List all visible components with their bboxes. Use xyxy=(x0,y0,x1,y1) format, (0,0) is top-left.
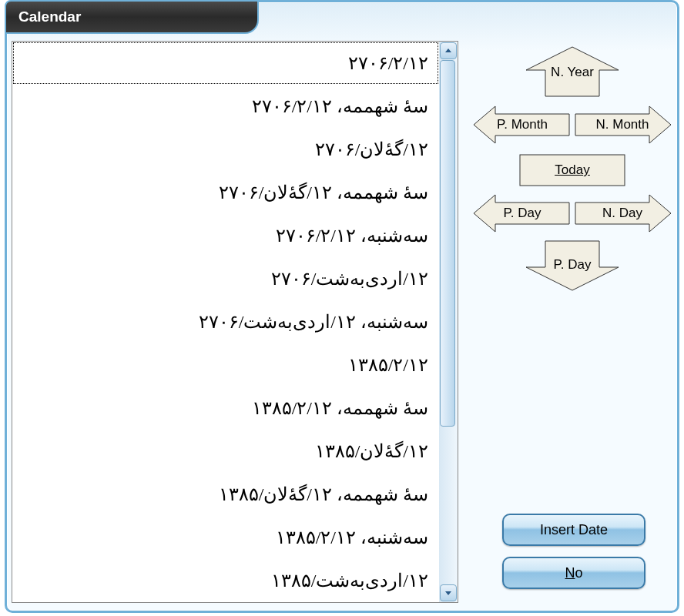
scroll-down-button[interactable] xyxy=(440,584,457,601)
prev-month-label: P. Month xyxy=(497,117,548,132)
list-item[interactable]: ۱۲/گۀلان/۱۳۸۵ xyxy=(12,430,439,473)
next-month-button[interactable]: N. Month xyxy=(572,103,672,146)
window-title: Calendar xyxy=(18,8,81,25)
list-item[interactable]: سه‌شنبه، ۱۳۸۵/۲/۱۲ xyxy=(12,516,439,559)
list-item[interactable]: ۱۲/اردی‌به‌شت/۲۷۰۶ xyxy=(12,257,439,300)
list-item[interactable]: سه‌شنبه، ۲۷۰۶/۲/۱۲ xyxy=(12,214,439,257)
today-button[interactable]: Today xyxy=(518,153,626,187)
prev-month-button[interactable]: P. Month xyxy=(472,103,572,146)
prev-day-button[interactable]: P. Day xyxy=(472,192,572,235)
list-item[interactable]: سۀ شهممه، ۱۲/گۀلان/۲۷۰۶ xyxy=(12,171,439,214)
date-format-listbox[interactable]: ۲۷۰۶/۲/۱۲سۀ شهممه، ۲۷۰۶/۲/۱۲۱۲/گۀلان/۲۷۰… xyxy=(12,41,458,603)
insert-date-button[interactable]: Insert Date xyxy=(502,514,645,546)
prev-day-label: P. Day xyxy=(504,206,542,221)
no-label: No xyxy=(565,565,582,581)
next-year-label: N. Year xyxy=(551,65,594,80)
next-day-label: N. Day xyxy=(602,206,642,221)
next-month-label: N. Month xyxy=(596,117,649,132)
action-panel: Insert Date No xyxy=(489,503,659,600)
nav-panel: N. Year P. Month N. Month Today xyxy=(472,45,672,338)
next-day-button[interactable]: N. Day xyxy=(572,192,672,235)
prev-day2-button[interactable]: P. Day xyxy=(518,238,626,292)
prev-day2-label: P. Day xyxy=(554,257,592,273)
today-label: Today xyxy=(555,162,589,178)
scroll-track[interactable] xyxy=(439,60,458,584)
chevron-up-icon xyxy=(444,47,452,55)
window-titlebar: Calendar xyxy=(5,0,259,34)
list-item[interactable]: ۱۲/اردی‌به‌شت/۱۳۸۵ xyxy=(12,559,439,602)
no-button[interactable]: No xyxy=(502,557,645,589)
scroll-thumb[interactable] xyxy=(440,60,455,427)
insert-date-label: Insert Date xyxy=(540,522,608,538)
list-inner: ۲۷۰۶/۲/۱۲سۀ شهممه، ۲۷۰۶/۲/۱۲۱۲/گۀلان/۲۷۰… xyxy=(12,42,439,602)
window-content: ۲۷۰۶/۲/۱۲سۀ شهممه، ۲۷۰۶/۲/۱۲۱۲/گۀلان/۲۷۰… xyxy=(12,41,672,606)
list-item[interactable]: سه‌شنبه، ۱۲/اردی‌به‌شت/۲۷۰۶ xyxy=(12,300,439,343)
scrollbar[interactable] xyxy=(439,42,458,602)
list-item[interactable]: ۱۲/گۀلان/۲۷۰۶ xyxy=(12,128,439,171)
list-item[interactable]: سۀ شهممه، ۱۳۸۵/۲/۱۲ xyxy=(12,387,439,430)
list-item[interactable]: سۀ شهممه، ۱۲/گۀلان/۱۳۸۵ xyxy=(12,473,439,516)
list-item[interactable]: سۀ شهممه، ۲۷۰۶/۲/۱۲ xyxy=(12,85,439,128)
scroll-up-button[interactable] xyxy=(440,42,457,59)
list-item[interactable]: ۱۳۸۵/۲/۱۲ xyxy=(12,343,439,387)
list-item[interactable]: ۲۷۰۶/۲/۱۲ xyxy=(12,42,439,85)
next-year-button[interactable]: N. Year xyxy=(518,45,626,99)
chevron-down-icon xyxy=(444,589,452,597)
calendar-window: Calendar ۲۷۰۶/۲/۱۲سۀ شهممه، ۲۷۰۶/۲/۱۲۱۲/… xyxy=(5,0,679,613)
